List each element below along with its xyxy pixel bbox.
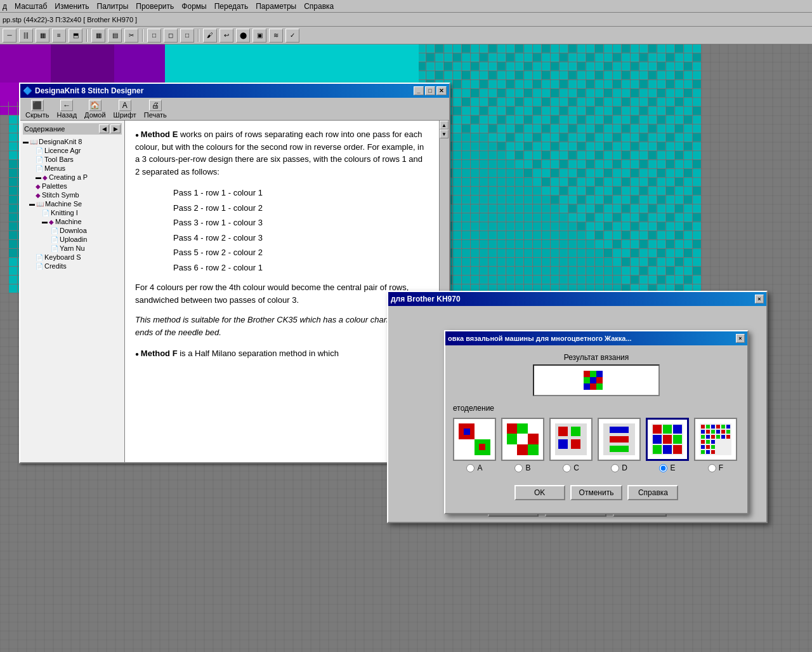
menu-item-scale[interactable]: Масштаб [15,2,47,11]
toolbar-btn-13[interactable]: ↩ [219,29,233,43]
radio-b[interactable] [514,464,523,472]
toolbar-btn-6[interactable]: ▦ [91,29,105,43]
toolbar-btn-11[interactable]: □ [180,29,194,43]
tree-item-stitch[interactable]: ◆ Stitch Symb [36,190,122,199]
expand-icon-4: ▬ [36,174,41,180]
option-f-label[interactable]: F [708,463,723,472]
radio-f[interactable] [708,464,716,472]
help-tool-back[interactable]: ← Назад [57,100,77,119]
tree-item-yarn[interactable]: 📄 Yarn Nu [51,244,122,253]
help-close-btn[interactable]: ✕ [436,86,447,95]
help-title-text: 🔷 DesignaKnit 8 Stitch Designer [23,86,143,95]
diamond-icon-6: ◆ [36,192,41,199]
option-c-label[interactable]: C [563,463,579,472]
preview-f-svg [700,423,731,455]
help-maximize-btn[interactable]: □ [425,86,435,95]
radio-a[interactable] [466,464,475,472]
tree-item-download[interactable]: 📄 Downloa [51,226,122,235]
help-tool-home[interactable]: 🏠 Домой [84,100,106,119]
radio-d[interactable] [611,464,619,472]
tree-item-knitting[interactable]: 📄 Knitting I [42,208,122,217]
svg-rect-15 [507,423,517,434]
menu-item-edit[interactable]: Изменить [55,2,89,11]
inner-ok-btn[interactable]: OK [514,485,565,500]
menu-item-params[interactable]: Параметры [256,2,296,11]
option-b-label[interactable]: B [514,463,530,472]
method-f-title: Method F [141,349,178,358]
menu-item-check[interactable]: Проверить [136,2,174,11]
toolbar-btn-9[interactable]: □ [147,29,161,43]
svg-rect-0 [584,371,590,377]
dialog-inner-title: овка вязальной машины для многоцветного … [448,335,632,342]
toolbar-btn-4[interactable]: ≡ [52,29,66,43]
tree-item-menus[interactable]: 📄 Menus [36,164,122,173]
option-e-label[interactable]: E [659,463,675,472]
book-icon-0: 📖 [30,138,37,145]
tree-item-machine-se[interactable]: ▬ 📖 Machine Se [29,199,122,208]
expand-icon-7: ▬ [29,201,35,207]
svg-rect-40 [653,445,662,454]
inner-cancel-btn[interactable]: Отменить [570,485,623,500]
svg-rect-59 [716,435,720,439]
sidebar-nav-left[interactable]: ◀ [99,124,109,133]
option-a-label[interactable]: A [466,463,482,472]
home-icon: 🏠 [89,100,102,111]
toolbar-sep-1 [86,29,88,42]
option-d-preview [598,418,641,461]
tree-item-licence[interactable]: 📄 Licence Agr [36,146,122,155]
help-tool-hide[interactable]: ⬛ Скрыть [25,100,49,119]
contents-label: Содержание [24,125,65,133]
dialog-outer-close[interactable]: × [755,295,764,303]
svg-rect-26 [571,427,580,436]
inner-help-btn[interactable]: Справка [627,485,678,500]
help-toolbar: ⬛ Скрыть ← Назад 🏠 Домой A Шрифт 🖨 Печат… [20,98,449,121]
svg-rect-10 [475,423,490,439]
toolbar-btn-1[interactable]: ─ [3,29,16,43]
dialog-inner-close[interactable]: × [736,334,745,343]
menu-item-transfer[interactable]: Передать [214,2,249,11]
toolbar-btn-14[interactable]: ⬤ [236,29,250,43]
svg-rect-25 [558,427,568,436]
radio-e[interactable] [659,464,667,472]
toolbar-btn-5[interactable]: ⬒ [69,29,82,43]
tree-label-7: Machine Se [45,200,82,208]
toolbar-btn-17[interactable]: ✓ [285,29,299,43]
toolbar-btn-16[interactable]: ≋ [269,29,283,43]
scroll-up-btn[interactable]: ▲ [440,121,449,130]
toolbar-btn-15[interactable]: ▣ [252,29,266,43]
radio-c[interactable] [563,464,571,472]
tree-item-credits[interactable]: 📄 Credits [36,262,122,270]
menu-item-palettes[interactable]: Палитры [97,2,129,11]
tree-label-13: Keyboard S [44,253,81,261]
svg-rect-46 [711,425,715,429]
tree-item-uploading[interactable]: 📄 Uploadin [51,235,122,244]
option-d-label[interactable]: D [611,463,627,472]
toolbar-btn-7[interactable]: ▤ [108,29,122,43]
tree-item-toolbars[interactable]: 📄 Tool Bars [36,155,122,164]
help-minimize-btn[interactable]: _ [414,86,424,95]
toolbar-btn-10[interactable]: ◻ [164,29,178,43]
sidebar-nav-right[interactable]: ▶ [110,124,121,133]
help-tool-font[interactable]: A Шрифт [114,100,136,119]
svg-rect-45 [706,425,710,429]
menu-item-d[interactable]: д [3,2,7,11]
dialog-inner: овка вязальной машины для многоцветного … [444,330,749,514]
scroll-down-btn[interactable]: ▼ [440,130,449,138]
toolbar-btn-3[interactable]: ▦ [36,29,49,43]
toolbar-btn-12[interactable]: 🖌 [203,29,217,43]
help-tool-print[interactable]: 🖨 Печать [144,100,167,119]
toolbar-btn-2[interactable]: ||| [19,29,33,43]
svg-rect-65 [701,445,705,449]
help-window: 🔷 DesignaKnit 8 Stitch Designer _ □ ✕ ⬛ … [19,83,450,463]
svg-rect-1 [590,371,596,377]
tree-item-creating[interactable]: ▬ ◆ Creating a P [36,173,122,182]
tree-item-machine2[interactable]: ▬ ◆ Machine [42,217,122,226]
svg-rect-53 [716,430,720,434]
menu-item-help[interactable]: Справка [304,2,334,11]
tree-root-designaknit[interactable]: ▬ 📖 DesignaKnit 8 [23,137,122,146]
tree-item-keyboard[interactable]: 📄 Keyboard S [36,253,122,262]
toolbar-btn-8[interactable]: ✂ [124,29,138,43]
print-label: Печать [144,111,167,119]
tree-item-palettes[interactable]: ◆ Palettes [36,182,122,190]
menu-item-forms[interactable]: Формы [181,2,206,11]
